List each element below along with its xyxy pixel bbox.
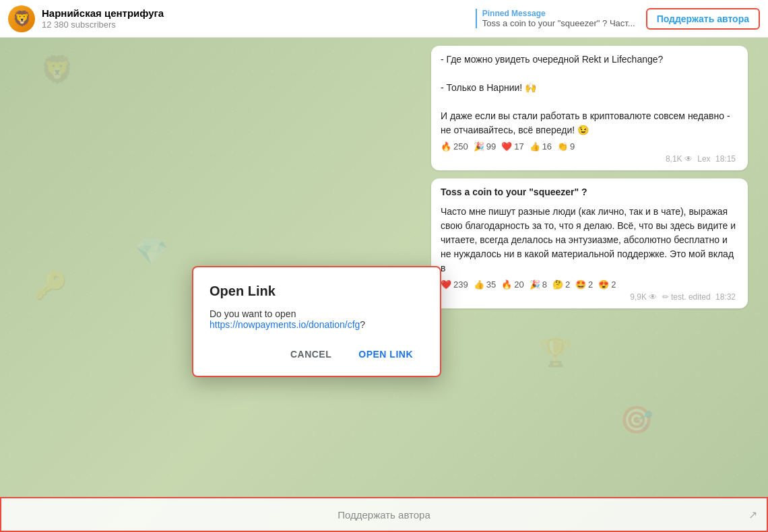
open-link-dialog: Open Link Do you want to open https://no…: [192, 266, 441, 377]
dialog-link[interactable]: https://nowpayments.io/donation/cfg: [210, 319, 360, 330]
open-link-button[interactable]: OPEN LINK: [348, 343, 424, 365]
dialog-body: Do you want to open https://nowpayments.…: [210, 308, 424, 330]
cancel-button[interactable]: CANCEL: [280, 343, 342, 365]
dialog-question: ?: [360, 319, 365, 330]
dialog-actions: CANCEL OPEN LINK: [210, 343, 424, 365]
modal-overlay: Open Link Do you want to open https://no…: [0, 0, 768, 532]
dialog-title: Open Link: [210, 284, 424, 299]
dialog-body-text: Do you want to open: [210, 308, 296, 319]
